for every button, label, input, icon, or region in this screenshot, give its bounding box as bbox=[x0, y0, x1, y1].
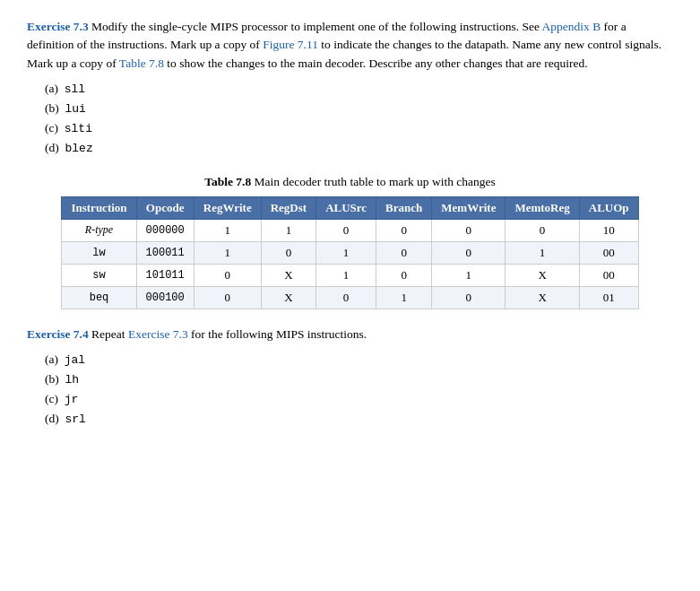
exercise-73-ref-link[interactable]: Exercise 7.3 bbox=[128, 327, 188, 341]
table-row: sw1010110X101X00 bbox=[62, 264, 638, 286]
table-cell-opcode: 000100 bbox=[136, 286, 194, 309]
ex73-item-c: (c) slti bbox=[45, 121, 673, 135]
table-cell-regdst: X bbox=[261, 286, 315, 309]
col-regdst: RegDst bbox=[261, 196, 315, 219]
ex73-item-d: (d) blez bbox=[45, 141, 673, 155]
ex74-item-d: (d) srl bbox=[45, 412, 673, 426]
table-cell-regdst: X bbox=[261, 264, 315, 286]
table-header-row: Instruction Opcode RegWrite RegDst ALUSr… bbox=[62, 196, 638, 219]
table-cell-aluop: 00 bbox=[579, 241, 638, 264]
table-cell-aluop: 01 bbox=[579, 286, 638, 309]
table-cell-aluop: 00 bbox=[579, 264, 638, 286]
table-cell-memtoreg: 0 bbox=[506, 219, 579, 241]
table-cell-memtoreg: X bbox=[506, 264, 579, 286]
ex73-item-b: (b) lui bbox=[45, 101, 673, 116]
exercise-73-text: Exercise 7.3 Modify the single-cycle MIP… bbox=[27, 18, 673, 73]
table-cell-instruction: beq bbox=[62, 286, 136, 309]
table-cell-memwrite: 0 bbox=[432, 241, 506, 264]
table-cell-memwrite: 1 bbox=[432, 264, 506, 286]
table-cell-regdst: 1 bbox=[261, 219, 315, 241]
table-cell-branch: 1 bbox=[376, 286, 432, 309]
ex74-item-a: (a) jal bbox=[45, 352, 673, 367]
main-decoder-table: Instruction Opcode RegWrite RegDst ALUSr… bbox=[61, 196, 638, 309]
table-cell-memwrite: 0 bbox=[432, 286, 506, 309]
table-cell-memtoreg: 1 bbox=[506, 241, 579, 264]
table-cell-regwrite: 0 bbox=[194, 264, 261, 286]
col-regwrite: RegWrite bbox=[194, 196, 261, 219]
appendix-b-link[interactable]: Appendix B bbox=[542, 20, 601, 33]
col-alusrc: ALUSrc bbox=[316, 196, 376, 219]
table-cell-opcode: 000000 bbox=[136, 219, 194, 241]
table-row: R-type00000011000010 bbox=[62, 219, 638, 241]
table-cell-instruction: lw bbox=[62, 241, 136, 264]
table-row: lw10001110100100 bbox=[62, 241, 638, 264]
table-cell-memtoreg: X bbox=[506, 286, 579, 309]
exercise-73-label: Exercise 7.3 bbox=[27, 20, 89, 33]
table-cell-alusrc: 1 bbox=[316, 241, 376, 264]
exercise-74-text: Exercise 7.4 Repeat Exercise 7.3 for the… bbox=[27, 326, 673, 343]
ex74-item-c: (c) jr bbox=[45, 392, 673, 406]
table-78-link[interactable]: Table 7.8 bbox=[119, 56, 164, 70]
table-row: beq0001000X010X01 bbox=[62, 286, 638, 309]
col-aluop: ALUOp bbox=[579, 196, 638, 219]
table-cell-opcode: 100011 bbox=[136, 241, 194, 264]
table-cell-aluop: 10 bbox=[579, 219, 638, 241]
col-instruction: Instruction bbox=[62, 196, 136, 219]
table-cell-regwrite: 1 bbox=[194, 219, 261, 241]
table-cell-alusrc: 0 bbox=[316, 286, 376, 309]
table-cell-regdst: 0 bbox=[261, 241, 315, 264]
col-opcode: Opcode bbox=[136, 196, 194, 219]
ex74-item-b: (b) lh bbox=[45, 372, 673, 387]
exercise-74-label: Exercise 7.4 bbox=[27, 327, 89, 341]
table-cell-branch: 0 bbox=[376, 264, 432, 286]
col-branch: Branch bbox=[376, 196, 432, 219]
table-cell-alusrc: 0 bbox=[316, 219, 376, 241]
table-cell-regwrite: 0 bbox=[194, 286, 261, 309]
col-memtoreg: MemtoReg bbox=[506, 196, 579, 219]
ex73-item-a: (a) sll bbox=[45, 82, 673, 96]
table-78-section: Table 7.8 Main decoder truth table to ma… bbox=[27, 175, 673, 309]
table-cell-memwrite: 0 bbox=[432, 219, 506, 241]
col-memwrite: MemWrite bbox=[432, 196, 506, 219]
table-78-caption: Table 7.8 Main decoder truth table to ma… bbox=[27, 175, 673, 189]
table-cell-opcode: 101011 bbox=[136, 264, 194, 286]
table-cell-branch: 0 bbox=[376, 241, 432, 264]
table-cell-regwrite: 1 bbox=[194, 241, 261, 264]
figure-711-link[interactable]: Figure 7.11 bbox=[263, 38, 318, 51]
table-cell-branch: 0 bbox=[376, 219, 432, 241]
table-cell-instruction: R-type bbox=[62, 219, 136, 241]
table-cell-alusrc: 1 bbox=[316, 264, 376, 286]
table-cell-instruction: sw bbox=[62, 264, 136, 286]
